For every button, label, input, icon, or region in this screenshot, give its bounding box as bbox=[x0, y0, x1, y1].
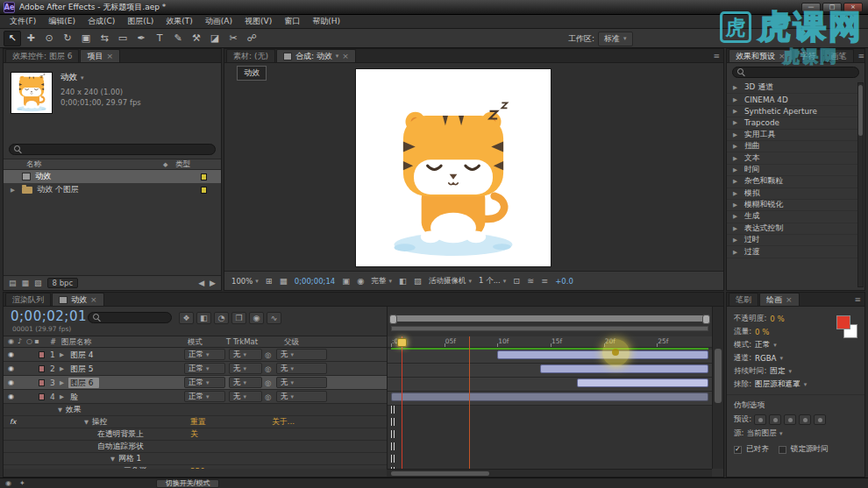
show-snapshot-icon[interactable]: ◉ bbox=[357, 276, 364, 286]
twirl-icon[interactable]: ▶ bbox=[60, 365, 64, 372]
timeline-property-row[interactable]: 在透明背景上关 bbox=[4, 428, 387, 441]
clone-preset-button[interactable] bbox=[814, 414, 826, 425]
preview-time[interactable]: 0;00;00;14 bbox=[295, 277, 335, 286]
twirl-icon[interactable]: ▶ bbox=[733, 119, 740, 126]
effect-category-row[interactable]: ▶ 扭曲 bbox=[727, 141, 857, 152]
project-item-row[interactable]: 动效 bbox=[4, 170, 221, 183]
effect-category-row[interactable]: ▶ 3D 通道 bbox=[727, 82, 857, 94]
parent-pickwhip-icon[interactable]: ◎ bbox=[265, 378, 271, 387]
parent-dropdown[interactable]: 无▾ bbox=[276, 391, 327, 402]
timeline-toggle-button[interactable]: ◧ bbox=[196, 312, 211, 324]
timeline-property-row[interactable]: 三角形350 bbox=[4, 465, 387, 469]
tool-button[interactable]: T bbox=[151, 31, 168, 46]
panel-menu-icon[interactable]: ≡ bbox=[709, 52, 723, 60]
timeline-horizontal-scrollbar[interactable] bbox=[387, 469, 712, 477]
clone-preset-button[interactable] bbox=[769, 414, 781, 425]
parent-pickwhip-icon[interactable]: ◎ bbox=[265, 393, 271, 401]
interpret-footage-icon[interactable]: ▤ bbox=[9, 279, 17, 287]
eye-icon[interactable]: ◉ bbox=[8, 393, 14, 400]
grid-guides-icon[interactable]: ⊞ bbox=[266, 276, 273, 286]
menu-item[interactable]: 编辑(E) bbox=[42, 16, 82, 27]
current-time-indicator[interactable] bbox=[402, 336, 402, 469]
timeline-property-row[interactable]: fx▼操控重置关于... bbox=[4, 416, 387, 428]
twirl-icon[interactable]: ▶ bbox=[733, 225, 740, 232]
field-value[interactable]: 固定 bbox=[770, 366, 785, 377]
twirl-icon[interactable]: ▶ bbox=[733, 84, 740, 91]
timeline-track-area[interactable]: :00f05f10f15f20f25f bbox=[387, 307, 712, 469]
menu-item[interactable]: 合成(C) bbox=[82, 16, 121, 27]
eye-icon[interactable]: ◉ bbox=[8, 364, 14, 372]
twirl-icon[interactable]: ▶ bbox=[60, 379, 64, 386]
twirl-icon[interactable]: ▶ bbox=[733, 108, 740, 115]
project-search-input[interactable] bbox=[9, 144, 216, 155]
effect-category-row[interactable]: ▶ 过时 bbox=[727, 235, 857, 246]
layer-duration-bar[interactable] bbox=[577, 378, 708, 387]
view-layout-dropdown[interactable]: 1 个...▾ bbox=[479, 276, 506, 286]
menu-item[interactable]: 帮助(H) bbox=[306, 16, 346, 27]
twirl-icon[interactable]: ▶ bbox=[733, 131, 740, 138]
workspace-dropdown[interactable]: 标准 ▾ bbox=[598, 32, 633, 46]
clone-preset-button[interactable] bbox=[784, 414, 796, 425]
exposure-value[interactable]: +0.0 bbox=[555, 277, 573, 286]
twirl-icon[interactable]: ▼ bbox=[58, 407, 62, 414]
scroll-left-icon[interactable]: ◀ bbox=[198, 279, 204, 287]
clone-preset-button[interactable] bbox=[754, 414, 766, 425]
foreground-color-swatch[interactable] bbox=[836, 315, 850, 329]
layer-duration-bar[interactable] bbox=[391, 393, 708, 401]
twirl-icon[interactable]: ▶ bbox=[733, 143, 740, 150]
current-timecode[interactable]: 0;00;02;01 bbox=[11, 308, 87, 324]
transparency-grid-icon[interactable]: ▨ bbox=[414, 276, 422, 286]
tab-project[interactable]: 项目 × bbox=[80, 49, 120, 62]
twirl-icon[interactable]: ▶ bbox=[733, 178, 740, 185]
aligned-checkbox[interactable] bbox=[734, 446, 742, 454]
field-value[interactable]: 0 % bbox=[755, 328, 769, 336]
trkmat-column-header[interactable]: T TrkMat bbox=[226, 337, 258, 346]
status-icon-b[interactable]: ✦ bbox=[19, 479, 25, 487]
camera-dropdown[interactable]: 活动摄像机▾ bbox=[429, 276, 472, 286]
label-color-chip[interactable] bbox=[39, 351, 45, 358]
timeline-property-row[interactable]: ▼网格 1 bbox=[4, 453, 387, 465]
fast-previews-icon[interactable]: ≋ bbox=[527, 276, 534, 286]
trkmat-dropdown[interactable]: 无▾ bbox=[229, 391, 262, 402]
timeline-toggle-button[interactable]: ❐ bbox=[231, 312, 246, 324]
parent-pickwhip-icon[interactable]: ◎ bbox=[265, 364, 271, 373]
pixel-aspect-correction-icon[interactable]: ⊡ bbox=[513, 276, 520, 286]
twirl-icon[interactable]: ▶ bbox=[733, 155, 740, 162]
parent-column-header[interactable]: 父级 bbox=[284, 337, 299, 348]
project-column-headers[interactable]: 名称 ◆ 类型 bbox=[4, 159, 221, 170]
tool-button[interactable]: ▭ bbox=[114, 31, 132, 46]
region-of-interest-icon[interactable]: ◧ bbox=[399, 276, 407, 286]
tab-footage[interactable]: 素材: (无) bbox=[226, 49, 275, 62]
twirl-icon[interactable]: ▶ bbox=[60, 351, 64, 358]
panel-menu-icon[interactable]: ≡ bbox=[850, 295, 864, 304]
panel-menu-icon[interactable]: ≡ bbox=[855, 52, 865, 60]
effect-category-row[interactable]: ▶ 杂色和颗粒 bbox=[727, 176, 857, 187]
parent-dropdown[interactable]: 无▾ bbox=[276, 349, 327, 360]
field-value[interactable]: 图层源和遮罩 bbox=[755, 379, 800, 390]
effect-category-row[interactable]: ▶ 模拟 bbox=[727, 188, 857, 200]
menu-item[interactable]: 视图(V) bbox=[238, 16, 278, 27]
close-icon[interactable]: × bbox=[106, 53, 113, 60]
magnification-dropdown[interactable]: 100%▾ bbox=[231, 277, 259, 286]
property-value[interactable]: 重置 bbox=[190, 417, 206, 428]
trkmat-dropdown[interactable]: 无▾ bbox=[229, 363, 262, 374]
current-time-indicator-head[interactable] bbox=[397, 338, 407, 347]
menu-item[interactable]: 文件(F) bbox=[4, 16, 42, 27]
tab-character[interactable]: 字符 bbox=[793, 49, 823, 62]
menu-item[interactable]: 效果(T) bbox=[160, 16, 199, 27]
twirl-icon[interactable]: ▶ bbox=[733, 213, 740, 220]
tab-effects-presets[interactable]: 效果和预设 × bbox=[729, 49, 793, 62]
layer-duration-bar[interactable] bbox=[540, 364, 708, 373]
tab-brushes[interactable]: 画笔 bbox=[824, 49, 854, 62]
tool-button[interactable]: ☍ bbox=[243, 31, 260, 46]
tool-button[interactable]: ✂ bbox=[224, 31, 242, 46]
label-color-chip[interactable] bbox=[39, 365, 45, 372]
tool-button[interactable]: ▣ bbox=[77, 31, 95, 46]
new-composition-icon[interactable]: ▧ bbox=[34, 279, 42, 287]
tool-button[interactable]: ✚ bbox=[22, 31, 39, 46]
tab-render-queue[interactable]: 渲染队列 bbox=[5, 293, 51, 306]
timeline-toggle-button[interactable]: ◔ bbox=[214, 312, 229, 324]
twirl-icon[interactable]: ▼ bbox=[84, 419, 89, 426]
toggle-switches-modes-button[interactable]: 切换开关/模式 bbox=[156, 479, 220, 488]
effect-category-row[interactable]: ▶ 模糊和锐化 bbox=[727, 200, 857, 211]
